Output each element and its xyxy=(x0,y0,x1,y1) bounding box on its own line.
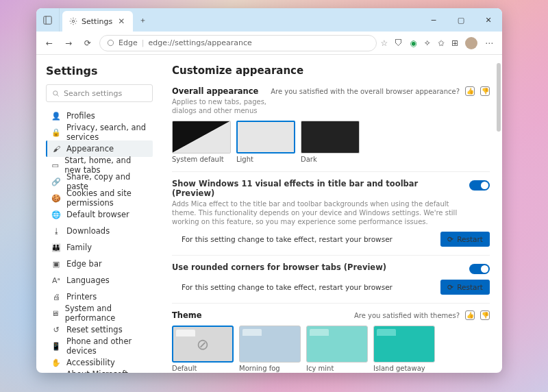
window-close-button[interactable]: ✕ xyxy=(475,8,502,32)
theme-swatch xyxy=(239,326,301,363)
sidebar-item-label: About Microsoft Edge xyxy=(66,369,149,373)
sidebar-item-family[interactable]: 👪Family xyxy=(46,239,153,256)
thumbs-up-icon[interactable]: 👍 xyxy=(465,86,475,96)
section-visual-effects: Show Windows 11 visual effects in title … xyxy=(172,179,490,247)
sidebar-item-label: Reset settings xyxy=(66,325,123,334)
appearance-swatch xyxy=(301,121,360,154)
theme-label: Island getaway xyxy=(373,365,435,372)
theme-option-icy-mint[interactable]: Icy mint xyxy=(306,326,368,372)
section-overall-appearance: Overall appearance Applies to new tabs, … xyxy=(172,86,490,163)
reset-icon: ↺ xyxy=(51,326,61,334)
search-settings-input[interactable]: Search settings xyxy=(46,84,153,102)
rounded-toggle[interactable] xyxy=(469,264,490,274)
shield-icon[interactable]: ⛉ xyxy=(395,38,403,48)
sidebar-item-label: Edge bar xyxy=(66,259,102,269)
theme-option-default[interactable]: Default xyxy=(172,326,234,372)
profile-avatar[interactable] xyxy=(465,37,477,49)
extensions-icon[interactable]: ✧ xyxy=(424,38,431,48)
tab-settings[interactable]: Settings ✕ xyxy=(62,11,133,32)
restart-icon: ⟳ xyxy=(447,283,453,292)
share-icon: 🔗 xyxy=(51,177,61,186)
address-label: Edge xyxy=(119,38,138,47)
visual-effects-desc: Adds Mica effect to the title bar and to… xyxy=(172,199,462,226)
thumbs-down-icon[interactable]: 👎 xyxy=(480,86,490,96)
sidebar-item-edge-bar[interactable]: ▣Edge bar xyxy=(46,256,153,272)
sidebar-item-downloads[interactable]: ⭳Downloads xyxy=(46,223,153,239)
theme-swatch xyxy=(306,326,368,363)
svg-rect-0 xyxy=(44,16,51,23)
rounded-restart-button[interactable]: ⟳ Restart xyxy=(440,280,490,295)
window-minimize-button[interactable]: ─ xyxy=(420,8,447,32)
sidebar-item-accessibility[interactable]: ✋Accessibility xyxy=(46,354,153,371)
toolbar: ← → ⟳ Edge | edge://settings/appearance … xyxy=(36,32,502,55)
sidebar-item-start-home-and-new-tabs[interactable]: ▭Start, home, and new tabs xyxy=(46,157,153,173)
family-icon: 👪 xyxy=(51,243,61,252)
collections-icon[interactable]: ⊞ xyxy=(451,38,458,48)
theme-feedback-text: Are you satisfied with themes? xyxy=(354,312,460,319)
browser-icon: 🌐 xyxy=(51,210,61,219)
rounded-title: Use rounded corners for browser tabs (Pr… xyxy=(172,262,462,272)
appearance-option-dark[interactable]: Dark xyxy=(301,121,360,163)
sidebar-item-default-browser[interactable]: 🌐Default browser xyxy=(46,206,153,223)
appearance-swatch xyxy=(172,121,231,154)
thumbs-down-icon[interactable]: 👎 xyxy=(480,310,490,320)
menu-icon[interactable]: ⋯ xyxy=(482,38,497,48)
new-tab-button[interactable]: ＋ xyxy=(133,8,152,32)
sync-icon[interactable]: ◉ xyxy=(410,38,416,48)
brush-icon: 🖌 xyxy=(51,145,61,154)
visual-effects-title: Show Windows 11 visual effects in title … xyxy=(172,179,462,198)
sidebar-item-privacy-search-and-services[interactable]: 🔒Privacy, search, and services xyxy=(46,124,153,140)
theme-option-morning-fog[interactable]: Morning fog xyxy=(239,326,301,372)
sidebar-item-profiles[interactable]: 👤Profiles xyxy=(46,108,153,124)
access-icon: ✋ xyxy=(51,358,61,367)
sidebar-item-system-and-performance[interactable]: 🖥System and performance xyxy=(46,305,153,321)
visual-effects-restart-msg: For this setting change to take effect, … xyxy=(182,235,432,243)
theme-swatch xyxy=(373,326,435,363)
theme-option-island-getaway[interactable]: Island getaway xyxy=(373,326,435,372)
appearance-label: Light xyxy=(236,156,295,163)
sidebar-item-printers[interactable]: 🖨Printers xyxy=(46,289,153,305)
sidebar-item-label: Appearance xyxy=(66,144,114,154)
sidebar-item-label: Accessibility xyxy=(66,358,115,367)
vertical-tabs-icon[interactable] xyxy=(36,8,60,32)
back-button[interactable]: ← xyxy=(42,38,57,48)
sidebar-item-label: Default browser xyxy=(66,210,129,219)
sidebar-item-appearance[interactable]: 🖌Appearance xyxy=(46,140,153,157)
person-icon: 👤 xyxy=(51,112,61,121)
rounded-restart-msg: For this setting change to take effect, … xyxy=(182,283,432,291)
appearance-option-light[interactable]: Light xyxy=(236,121,295,163)
sidebar-item-share-copy-and-paste[interactable]: 🔗Share, copy and paste xyxy=(46,173,153,190)
sidebar-item-label: Printers xyxy=(66,292,97,302)
phone-icon: 📱 xyxy=(51,342,61,351)
visual-effects-restart-button[interactable]: ⟳ Restart xyxy=(440,232,490,247)
printer-icon: 🖨 xyxy=(51,293,61,302)
gear-icon xyxy=(69,17,77,25)
forward-button[interactable]: → xyxy=(61,38,76,48)
sidebar-item-about-microsoft-edge[interactable]: ℹAbout Microsoft Edge xyxy=(46,371,153,373)
site-identity-icon xyxy=(107,39,114,47)
download-icon: ⭳ xyxy=(51,227,61,236)
thumbs-up-icon[interactable]: 👍 xyxy=(465,310,475,320)
theme-label: Icy mint xyxy=(306,365,368,372)
appearance-option-system-default[interactable]: System default xyxy=(172,121,231,163)
visual-effects-toggle[interactable] xyxy=(469,180,490,191)
lang-icon: Aᵃ xyxy=(51,276,61,285)
scrollbar[interactable] xyxy=(497,63,501,132)
sidebar-item-reset-settings[interactable]: ↺Reset settings xyxy=(46,321,153,338)
sidebar-item-label: Privacy, search, and services xyxy=(66,123,149,142)
tab-close-icon[interactable]: ✕ xyxy=(116,16,126,26)
appearance-label: System default xyxy=(172,156,231,163)
favorite-icon[interactable]: ☆ xyxy=(381,38,388,48)
sidebar-item-phone-and-other-devices[interactable]: 📱Phone and other devices xyxy=(46,338,153,354)
sidebar-item-cookies-and-site-permissions[interactable]: 🍪Cookies and site permissions xyxy=(46,190,153,206)
refresh-button[interactable]: ⟳ xyxy=(80,38,95,48)
favorites-icon[interactable]: ✩ xyxy=(438,38,445,48)
cookie-icon: 🍪 xyxy=(51,194,61,203)
section-rounded-corners: Use rounded corners for browser tabs (Pr… xyxy=(172,262,490,295)
window-maximize-button[interactable]: ▢ xyxy=(447,8,475,32)
sidebar-item-languages[interactable]: AᵃLanguages xyxy=(46,272,153,289)
search-placeholder: Search settings xyxy=(64,89,122,98)
address-bar[interactable]: Edge | edge://settings/appearance xyxy=(99,35,377,51)
sidebar-item-label: System and performance xyxy=(65,304,149,323)
tab-icon: ▭ xyxy=(51,161,59,170)
